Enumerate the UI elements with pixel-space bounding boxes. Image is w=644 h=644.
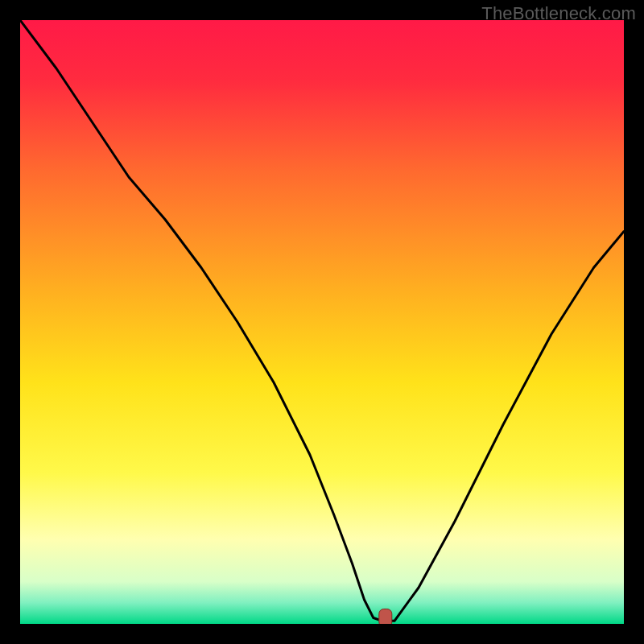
chart-svg: [20, 20, 624, 624]
plot-area: [20, 20, 624, 624]
optimal-point-marker: [379, 609, 392, 625]
gradient-background: [20, 20, 624, 624]
chart-frame: TheBottleneck.com: [0, 0, 644, 644]
